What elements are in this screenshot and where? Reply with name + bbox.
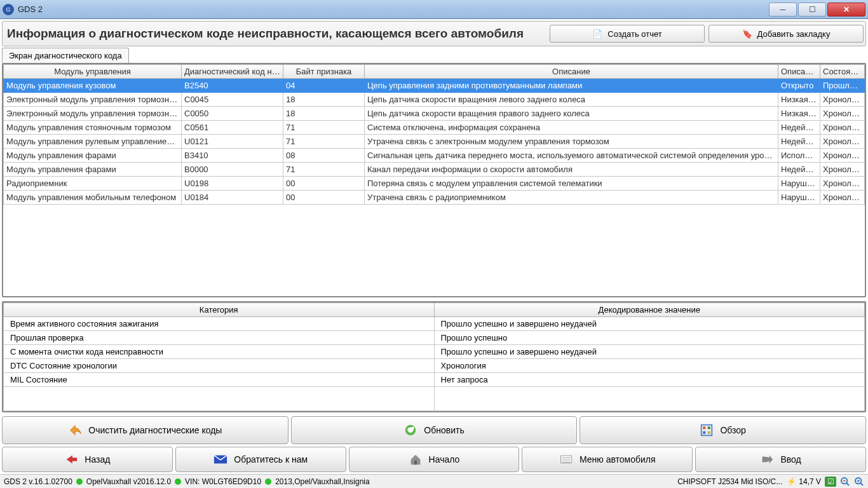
table-cell: Цепь датчика скорости вращения левого за… xyxy=(365,93,778,107)
car-menu-button[interactable]: Меню автомобиля xyxy=(522,447,693,472)
tab-diagnostic-code-screen[interactable]: Экран диагностического кода xyxy=(2,48,129,63)
status-interface: CHIPSOFT J2534 Mid ISO/C... xyxy=(677,477,782,486)
update-label: Обновить xyxy=(424,425,464,435)
svg-line-13 xyxy=(846,483,849,485)
svg-rect-4 xyxy=(703,431,706,434)
app-icon: G xyxy=(3,4,14,15)
table-row[interactable]: DTC Состояние хронологииХронология xyxy=(4,359,865,373)
table-row[interactable]: Модуль управления стояночным тормозомC05… xyxy=(4,121,865,135)
report-icon: 📄 xyxy=(592,29,602,39)
col-decoded-value[interactable]: Декодированное значение xyxy=(434,303,865,317)
maximize-button[interactable]: ☐ xyxy=(798,3,826,17)
table-cell: Исполне... xyxy=(778,149,820,163)
start-button[interactable]: Начало xyxy=(349,447,520,472)
table-cell: Низкая а... xyxy=(778,93,820,107)
table-row[interactable]: Модуль управления фарамиB341008Сигнальна… xyxy=(4,149,865,163)
close-button[interactable]: ✕ xyxy=(827,3,865,17)
col-state[interactable]: Состояние xyxy=(820,65,865,79)
table-row[interactable]: MIL СостояниеНет запроса xyxy=(4,373,865,387)
table-row xyxy=(4,387,865,411)
dtc-table: Модуль управления Диагностический код не… xyxy=(3,64,865,205)
contact-us-button[interactable]: Обратитесь к нам xyxy=(175,447,346,472)
back-arrow-icon xyxy=(64,452,78,466)
table-row[interactable]: Модуль управления кузовомB254004Цепь упр… xyxy=(4,79,865,93)
clear-diagnostic-codes-button[interactable]: Очистить диагностические коды xyxy=(2,416,288,444)
status-dot-icon xyxy=(175,478,181,485)
overview-label: Обзор xyxy=(720,425,745,435)
clear-label: Очистить диагностические коды xyxy=(88,425,222,435)
table-row[interactable]: Электронный модуль управления тормозной … xyxy=(4,93,865,107)
grid-icon xyxy=(700,423,714,437)
table-cell: C0050 xyxy=(182,107,283,121)
page-title: Информация о диагностическом коде неиспр… xyxy=(4,27,546,41)
table-cell: Время активного состояния зажигания xyxy=(4,317,435,331)
lightning-icon: ⚡ xyxy=(786,477,796,487)
overview-button[interactable]: Обзор xyxy=(580,416,866,444)
col-byte[interactable]: Байт признака xyxy=(283,65,365,79)
monitor-icon[interactable]: ☑ xyxy=(825,477,836,487)
table-cell: Хронолог... xyxy=(820,107,865,121)
table-cell: Хронолог... xyxy=(820,163,865,177)
table-cell: U0198 xyxy=(182,177,283,191)
table-cell: Прошло успешно xyxy=(434,331,865,345)
table-cell: 00 xyxy=(283,177,365,191)
table-cell: Цепь датчика скорости вращения правого з… xyxy=(365,107,778,121)
table-row[interactable]: Электронный модуль управления тормозной … xyxy=(4,107,865,121)
start-label: Начало xyxy=(429,454,460,464)
table-cell: Нарушен... xyxy=(778,177,820,191)
col-module[interactable]: Модуль управления xyxy=(4,65,182,79)
table-cell: Утрачена связь с электронным модулем упр… xyxy=(365,135,778,149)
svg-rect-7 xyxy=(414,461,417,464)
table-row[interactable]: Время активного состояния зажиганияПрошл… xyxy=(4,317,865,331)
table-cell: Модуль управления рулевым управлением с … xyxy=(4,135,182,149)
table-cell: Прошло ... xyxy=(820,79,865,93)
col-category[interactable]: Категория xyxy=(4,303,435,317)
col-extra[interactable]: Описани... xyxy=(778,65,820,79)
update-button[interactable]: Обновить xyxy=(291,416,578,444)
table-cell: B0000 xyxy=(182,163,283,177)
zoom-out-icon[interactable] xyxy=(840,477,850,487)
table-cell: Хронолог... xyxy=(820,93,865,107)
table-row[interactable]: С момента очистки кода неисправностиПрош… xyxy=(4,345,865,359)
table-cell: С момента очистки кода неисправности xyxy=(4,345,435,359)
table-cell: Хронолог... xyxy=(820,121,865,135)
create-report-button[interactable]: 📄 Создать отчет xyxy=(550,25,705,43)
table-cell: Недейств... xyxy=(778,121,820,135)
minimize-button[interactable]: ─ xyxy=(769,3,797,17)
back-button[interactable]: Назад xyxy=(2,447,173,472)
table-cell: 71 xyxy=(283,135,365,149)
table-row[interactable]: Модуль управления мобильным телефономU01… xyxy=(4,191,865,205)
svg-rect-1 xyxy=(702,425,712,436)
status-vin: VIN: W0LGT6ED9D10 xyxy=(185,477,261,486)
table-cell: Модуль управления кузовом xyxy=(4,79,182,93)
col-code[interactable]: Диагностический код неи... xyxy=(182,65,283,79)
table-cell: Хронолог... xyxy=(820,191,865,205)
zoom-in-icon[interactable] xyxy=(854,477,864,487)
enter-arrow-icon xyxy=(760,452,774,466)
table-cell: Электронный модуль управления тормозной … xyxy=(4,93,182,107)
page-header: Информация о диагностическом коде неиспр… xyxy=(2,21,866,46)
enter-button[interactable]: Ввод xyxy=(695,447,866,472)
enter-label: Ввод xyxy=(780,454,801,464)
table-cell: B3410 xyxy=(182,149,283,163)
table-cell: Цепь управления задними противотуманными… xyxy=(365,79,778,93)
table-row[interactable]: Модуль управления рулевым управлением с … xyxy=(4,135,865,149)
table-cell: Нарушен... xyxy=(778,191,820,205)
col-description[interactable]: Описание xyxy=(365,65,778,79)
table-cell: DTC Состояние хронологии xyxy=(4,359,435,373)
table-row[interactable]: Модуль управления фарамиB000071Канал пер… xyxy=(4,163,865,177)
table-row[interactable]: РадиоприемникU019800Потеряна связь с мод… xyxy=(4,177,865,191)
table-row[interactable]: Прошлая проверкаПрошло успешно xyxy=(4,331,865,345)
table-cell xyxy=(434,387,865,411)
add-bookmark-button[interactable]: 🔖 Добавить закладку xyxy=(709,25,864,43)
list-icon xyxy=(559,452,573,466)
table-cell: 71 xyxy=(283,163,365,177)
table-cell: Прошло успешно и завершено неудачей xyxy=(434,345,865,359)
table-cell: Канал передачи информации о скорости авт… xyxy=(365,163,778,177)
table-cell: Низкая а... xyxy=(778,107,820,121)
table-cell: Утрачена связь с радиоприемником xyxy=(365,191,778,205)
status-dot-icon xyxy=(76,478,83,485)
refresh-icon xyxy=(403,423,417,437)
bookmark-icon: 🔖 xyxy=(742,29,752,39)
status-profile: OpelVauxhall v2016.12.0 xyxy=(86,477,171,486)
